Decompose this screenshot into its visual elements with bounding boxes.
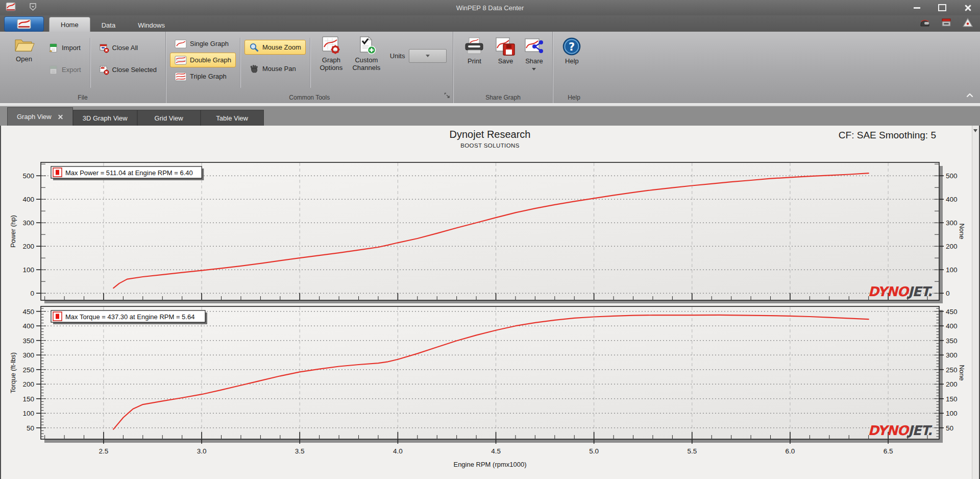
help-label: Help xyxy=(565,58,579,65)
svg-text:Power (hp): Power (hp) xyxy=(9,215,17,248)
svg-text:250: 250 xyxy=(946,366,958,374)
tab-table-view[interactable]: Table View xyxy=(201,110,264,126)
tab-grid-view[interactable]: Grid View xyxy=(137,110,201,126)
save-button[interactable]: Save xyxy=(491,36,520,65)
dialog-launcher-icon[interactable] xyxy=(444,91,450,101)
ribbon-group-share: Print Save Share xyxy=(453,32,552,103)
mouse-pan-icon xyxy=(249,64,259,74)
import-button[interactable]: Import xyxy=(44,41,86,55)
svg-text:DYNOJET.: DYNOJET. xyxy=(868,423,933,438)
dyno-drum-icon[interactable] xyxy=(941,18,951,29)
svg-text:200: 200 xyxy=(946,243,958,250)
custom-channels-button[interactable]: Custom Channels xyxy=(348,35,385,71)
ribbon-collapse-button[interactable] xyxy=(966,90,974,100)
share-button[interactable]: Share xyxy=(520,36,548,70)
double-graph-icon xyxy=(175,56,187,65)
svg-text:300: 300 xyxy=(946,219,958,227)
help-button[interactable]: ? Help xyxy=(557,36,586,65)
help-group-label: Help xyxy=(553,94,595,101)
print-icon xyxy=(463,37,485,56)
ribbon-tab-row: Home Data Windows xyxy=(0,15,980,32)
svg-text:4.0: 4.0 xyxy=(393,447,403,455)
svg-text:400: 400 xyxy=(22,322,34,330)
svg-text:5.0: 5.0 xyxy=(589,447,599,455)
close-selected-button[interactable]: Close Selected xyxy=(94,63,161,77)
double-graph-button[interactable]: Double Graph xyxy=(170,53,236,67)
close-all-icon xyxy=(99,43,109,53)
custom-channels-icon xyxy=(356,36,377,55)
svg-text:450: 450 xyxy=(22,308,34,316)
export-button[interactable]: Export xyxy=(44,63,86,77)
tab-home[interactable]: Home xyxy=(49,17,90,32)
common-tools-group-label: Common Tools xyxy=(166,94,453,101)
minimize-button[interactable] xyxy=(912,3,922,13)
mouse-zoom-label: Mouse Zoom xyxy=(262,43,301,51)
ribbon-group-help: ? Help Help xyxy=(552,32,595,103)
import-label: Import xyxy=(62,44,81,52)
tab-graph-view-label: Graph View xyxy=(17,113,52,121)
svg-text:0: 0 xyxy=(946,290,950,297)
close-button[interactable] xyxy=(963,3,973,13)
print-button[interactable]: Print xyxy=(457,36,491,65)
quick-access-dropdown-icon[interactable] xyxy=(30,3,36,13)
title-bar: WinPEP 8 Data Center xyxy=(0,0,980,15)
csv-import-icon xyxy=(48,43,59,53)
warning-triangle-icon[interactable] xyxy=(963,18,973,29)
ribbon: Open Import Export Close All xyxy=(0,32,980,104)
svg-text:200: 200 xyxy=(946,380,958,388)
svg-text:100: 100 xyxy=(22,410,34,417)
svg-text:Max Power = 511.04 at Engine R: Max Power = 511.04 at Engine RPM = 6.40 xyxy=(65,169,193,177)
units-dropdown[interactable] xyxy=(409,49,447,63)
triple-graph-button[interactable]: Triple Graph xyxy=(170,69,236,83)
single-graph-button[interactable]: Single Graph xyxy=(170,37,236,51)
close-all-button[interactable]: Close All xyxy=(94,41,161,55)
mouse-pan-button[interactable]: Mouse Pan xyxy=(244,62,306,76)
power-chart[interactable]: 00100100200200300300400400500500Power (h… xyxy=(1,157,979,303)
tab-windows[interactable]: Windows xyxy=(127,18,176,32)
svg-text:500: 500 xyxy=(22,172,34,180)
graph-options-button[interactable]: Graph Options xyxy=(314,35,348,71)
tab-graph-view[interactable]: Graph View xyxy=(7,107,73,126)
close-tab-icon[interactable] xyxy=(58,114,63,119)
svg-text:50: 50 xyxy=(946,424,953,432)
csv-export-icon xyxy=(48,65,59,75)
svg-text:3.0: 3.0 xyxy=(197,447,207,455)
maximize-icon xyxy=(938,4,946,11)
ribbon-group-file: Open Import Export Close All xyxy=(0,32,165,103)
tab-scroll-rail[interactable] xyxy=(972,126,979,479)
tab-data[interactable]: Data xyxy=(90,18,127,32)
graph-view-panel: Dynojet Research BOOST SOLUTIONS CF: SAE… xyxy=(1,126,979,479)
export-label: Export xyxy=(62,66,81,74)
open-button[interactable]: Open xyxy=(7,35,41,63)
svg-text:150: 150 xyxy=(946,395,958,403)
svg-text:5.5: 5.5 xyxy=(687,447,697,455)
mouse-zoom-button[interactable]: Mouse Zoom xyxy=(244,40,306,55)
close-selected-icon xyxy=(99,65,109,75)
document-tab-bar: Graph View 3D Graph View Grid View Table… xyxy=(0,106,980,126)
svg-text:None: None xyxy=(958,365,966,380)
svg-text:0: 0 xyxy=(30,290,34,297)
save-icon xyxy=(495,37,516,56)
winpep-app-button[interactable] xyxy=(4,16,44,32)
maximize-button[interactable] xyxy=(937,3,947,13)
tab-3d-graph-view[interactable]: 3D Graph View xyxy=(73,110,137,126)
helmet-icon[interactable] xyxy=(920,18,930,29)
save-label: Save xyxy=(498,58,513,65)
svg-text:400: 400 xyxy=(22,196,34,203)
svg-text:None: None xyxy=(958,223,966,239)
tab-grid-view-label: Grid View xyxy=(155,114,183,122)
svg-text:6.5: 6.5 xyxy=(884,447,893,455)
winpep-logo-icon xyxy=(15,18,33,30)
folder-open-icon xyxy=(13,36,35,54)
svg-text:150: 150 xyxy=(22,395,34,403)
single-graph-icon xyxy=(175,39,187,49)
close-selected-label: Close Selected xyxy=(112,66,157,74)
svg-text:250: 250 xyxy=(22,366,34,374)
svg-text:350: 350 xyxy=(22,337,34,345)
torque-chart[interactable]: 5050100100150150200200250250300300350350… xyxy=(1,303,979,479)
svg-text:Engine RPM (rpmx1000): Engine RPM (rpmx1000) xyxy=(453,461,526,468)
tab-list-arrow-icon xyxy=(973,129,977,132)
custom-channels-label: Custom Channels xyxy=(348,57,385,71)
mouse-pan-label: Mouse Pan xyxy=(262,65,296,73)
double-graph-label: Double Graph xyxy=(190,56,231,64)
